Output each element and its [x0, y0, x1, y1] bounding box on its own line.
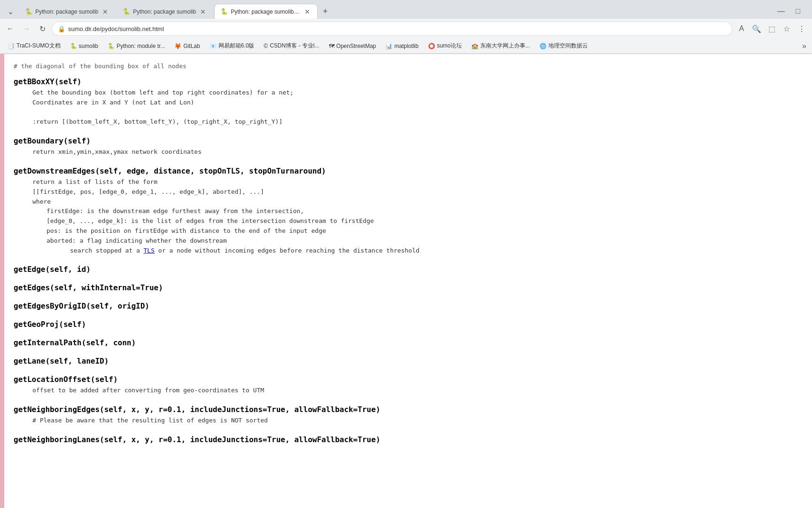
forward-button[interactable]: →: [20, 22, 33, 35]
getNeighboringEdges-desc: # Please be aware that the resulting lis…: [14, 416, 803, 426]
bookmark-matplotlib-favicon: 📊: [385, 43, 392, 49]
getInternalPath-signature: getInternalPath(self, conn): [14, 338, 803, 347]
toolbar-icons: A 🔍 ⬚ ☆ ⋮: [735, 22, 808, 35]
getDownstreamEdges-desc: return a list of lists of the form [[fir…: [14, 177, 803, 255]
tab-overflow-btn[interactable]: ⌄: [4, 5, 17, 18]
bookmark-gitlab-label: GitLab: [183, 43, 200, 49]
method-getNeighboringEdges: getNeighboringEdges(self, x, y, r=0.1, i…: [14, 405, 803, 426]
bookmark-traci-favicon: 📑: [8, 43, 15, 49]
diagonal-note: # the diagonal of the bounding box of al…: [14, 59, 803, 77]
maximize-button[interactable]: □: [791, 5, 804, 18]
minimize-button[interactable]: —: [774, 5, 788, 18]
new-tab-button[interactable]: +: [319, 5, 332, 18]
tab-2-close[interactable]: ✕: [199, 8, 207, 16]
getLane-signature: getLane(self, laneID): [14, 357, 803, 365]
getNeighboringLanes-signature: getNeighboringLanes(self, x, y, r=0.1, i…: [14, 435, 803, 444]
getLocationOffset-signature: getLocationOffset(self): [14, 375, 803, 384]
more-icon[interactable]: ⋮: [795, 22, 808, 35]
bookmarks-bar: 📑 TraCI-SUMO文档 🐍 sumolib 🐍 Python: modul…: [0, 39, 812, 54]
downstream-edgek: [edge_0, ..., edge_k]: is the list of ed…: [32, 216, 803, 226]
method-getDownstreamEdges: getDownstreamEdges(self, edge, distance,…: [14, 167, 803, 255]
tab-2-title: Python: package sumolib: [133, 8, 196, 15]
getDownstreamEdges-signature: getDownstreamEdges(self, edge, distance,…: [14, 167, 803, 175]
bookmark-gitlab-favicon: 🦊: [174, 43, 181, 49]
bookmark-sumolib-favicon: 🐍: [70, 43, 77, 49]
bookmarks-overflow-btn[interactable]: »: [800, 41, 808, 51]
bookmark-icon[interactable]: ☆: [780, 22, 793, 35]
getEdges-signature: getEdges(self, withInternal=True): [14, 283, 803, 292]
tab-1-title: Python: package sumolib: [35, 8, 98, 15]
downstream-line-2: [[firstEdge, pos, [edge_0, edge_1, ..., …: [32, 187, 803, 197]
bookmark-sumolib[interactable]: 🐍 sumolib: [66, 41, 102, 51]
getBBoxXY-return: :return [(bottom_left_X, bottom_left_Y),…: [32, 117, 803, 127]
bookmark-sumo-forum[interactable]: ⭕ sumo论坛: [424, 40, 466, 51]
method-getBBoxXY: getBBoxXY(self) Get the bounding box (bo…: [14, 77, 803, 127]
method-getLane: getLane(self, laneID): [14, 357, 803, 365]
bookmark-geocloud[interactable]: 🌐 地理空间数据云: [536, 40, 592, 51]
tab-2-favicon: 🐍: [123, 8, 130, 16]
getLocationOffset-line-1: offset to be added after converting from…: [32, 386, 803, 396]
tab-2[interactable]: 🐍 Python: package sumolib ✕: [117, 4, 213, 19]
bookmark-python-label: Python: module tr...: [117, 43, 165, 49]
bookmark-python-favicon: 🐍: [108, 43, 115, 49]
reload-button[interactable]: ↻: [36, 22, 49, 35]
tab-3[interactable]: 🐍 Python: package sumolib.net ✕: [214, 4, 318, 19]
page-content: # the diagonal of the bounding box of al…: [0, 54, 812, 508]
tab-1-close[interactable]: ✕: [101, 8, 109, 16]
getBoundary-desc-line-1: return xmin,ymin,xmax,ymax network coord…: [32, 147, 803, 157]
tab-bar: ⌄ 🐍 Python: package sumolib ✕ 🐍 Python: …: [0, 0, 812, 19]
address-bar: ← → ↻ 🔒 sumo.dlr.de/pydoc/sumolib.net.ht…: [0, 19, 812, 39]
bookmark-seu[interactable]: 🏫 东南大学网上办事...: [468, 40, 534, 51]
getBBoxXY-desc: Get the bounding box (bottom left and to…: [14, 88, 803, 127]
tab-3-title: Python: package sumolib.net: [231, 8, 300, 15]
getNeighboringEdges-line-1: # Please be aware that the resulting lis…: [32, 416, 803, 426]
method-getEdgesByOrigID: getEdgesByOrigID(self, origID): [14, 302, 803, 310]
method-getNeighboringLanes: getNeighboringLanes(self, x, y, r=0.1, i…: [14, 435, 803, 444]
window-controls: — □: [774, 5, 808, 18]
bookmark-traci-label: TraCI-SUMO文档: [16, 42, 61, 50]
bookmark-osm-favicon: 🗺: [329, 43, 335, 49]
bookmark-netease-favicon: 📧: [210, 43, 217, 49]
getLocationOffset-desc: offset to be added after converting from…: [14, 386, 803, 396]
getBBoxXY-desc-line-2: Coordinates are in X and Y (not Lat and …: [32, 98, 803, 108]
url-text: sumo.dlr.de/pydoc/sumolib.net.html: [68, 25, 164, 32]
getBBoxXY-desc-line-1: Get the bounding box (bottom left and to…: [32, 88, 803, 98]
bookmark-gitlab[interactable]: 🦊 GitLab: [171, 41, 203, 51]
method-getLocationOffset: getLocationOffset(self) offset to be add…: [14, 375, 803, 396]
bookmark-netease-label: 网易邮箱6.0版: [219, 42, 255, 50]
tls-link[interactable]: TLS: [144, 247, 155, 254]
bookmark-matplotlib[interactable]: 📊 matplotlib: [382, 41, 422, 51]
url-bar[interactable]: 🔒 sumo.dlr.de/pydoc/sumolib.net.html: [52, 22, 732, 36]
tab-1[interactable]: 🐍 Python: package sumolib ✕: [19, 4, 116, 19]
bookmark-geocloud-favicon: 🌐: [539, 43, 547, 49]
left-accent-bar: [0, 54, 4, 508]
bookmark-geocloud-label: 地理空间数据云: [548, 42, 588, 50]
downstream-where: where: [32, 197, 803, 207]
url-lock-icon: 🔒: [58, 25, 65, 32]
bookmark-traci[interactable]: 📑 TraCI-SUMO文档: [4, 40, 64, 51]
bookmark-python-module[interactable]: 🐍 Python: module tr...: [104, 41, 169, 51]
bookmark-sumo-forum-label: sumo论坛: [437, 42, 462, 50]
method-getEdge: getEdge(self, id): [14, 265, 803, 274]
method-getBoundary: getBoundary(self) return xmin,ymin,xmax,…: [14, 136, 803, 157]
downstream-aborted: aborted: a flag indicating whether the d…: [32, 236, 803, 246]
bookmark-csdn-favicon: ©: [264, 43, 268, 49]
translate-icon[interactable]: A: [735, 22, 748, 35]
getBoundary-desc: return xmin,ymin,xmax,ymax network coord…: [14, 147, 803, 157]
bookmark-sumolib-label: sumolib: [79, 43, 98, 49]
getBoundary-signature: getBoundary(self): [14, 136, 803, 145]
tab-1-favicon: 🐍: [25, 8, 32, 16]
tab-3-close[interactable]: ✕: [303, 8, 312, 16]
bookmark-netease[interactable]: 📧 网易邮箱6.0版: [206, 40, 258, 51]
back-button[interactable]: ←: [4, 22, 17, 35]
bookmark-osm-label: OpenStreetMap: [336, 43, 376, 49]
bookmark-seu-label: 东南大学网上办事...: [480, 42, 530, 50]
bookmark-osm[interactable]: 🗺 OpenStreetMap: [325, 41, 380, 51]
method-getGeoProj: getGeoProj(self): [14, 320, 803, 329]
search-icon[interactable]: 🔍: [750, 22, 763, 35]
bookmark-matplotlib-label: matplotlib: [394, 43, 418, 49]
bookmark-csdn[interactable]: © CSDN博客 - 专业l...: [260, 40, 323, 51]
screenshot-icon[interactable]: ⬚: [765, 22, 778, 35]
bookmark-sumo-forum-favicon: ⭕: [428, 43, 435, 49]
downstream-firstEdge: firstEdge: is the downstream edge furthe…: [32, 206, 803, 216]
